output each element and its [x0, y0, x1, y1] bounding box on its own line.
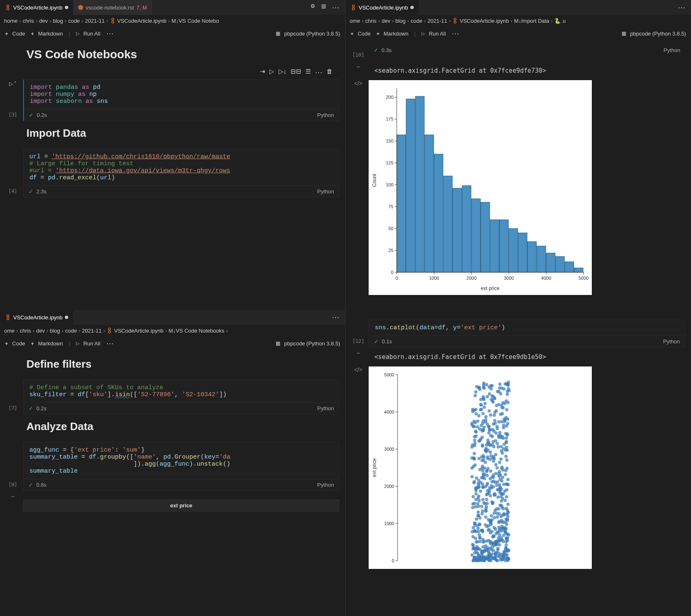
output-ellipsis-icon[interactable]: ⋯ — [348, 64, 369, 70]
breadcrumb-item[interactable]: VSCodeArticle.ipynb — [114, 328, 163, 334]
tab-vscodearticle[interactable]: VSCodeArticle.ipynb — [346, 0, 419, 15]
code-editor[interactable]: url = 'https://github.com/chris1610/pbpy… — [24, 149, 339, 186]
breadcrumb-item[interactable]: VSCodeArticle.ipynb — [117, 18, 167, 24]
more-icon[interactable] — [678, 3, 685, 12]
toolbar-more-icon[interactable] — [452, 29, 459, 38]
output-ellipsis-icon[interactable]: ⋯ — [348, 350, 369, 356]
breadcrumb-item[interactable]: M↓VS Code Notebo — [172, 18, 219, 24]
cell-language[interactable]: Python — [317, 405, 334, 411]
svg-point-586 — [504, 448, 507, 452]
add-markdown-button[interactable]: Markdown — [31, 31, 63, 37]
breadcrumb-item[interactable]: code — [411, 18, 422, 24]
run-cell-icon[interactable]: ▷ ˅ — [9, 81, 17, 87]
svg-point-300 — [498, 383, 502, 386]
cell-more-icon[interactable] — [315, 68, 322, 77]
svg-point-507 — [494, 528, 497, 531]
add-markdown-button[interactable]: Markdown — [376, 31, 409, 37]
breadcrumb-item[interactable]: u — [562, 18, 565, 24]
breadcrumb-item[interactable]: blog — [53, 18, 63, 24]
breadcrumb[interactable]: ome› chris› dev› blog› code› 2021-11› VS… — [0, 325, 345, 336]
breadcrumb-item[interactable]: home — [4, 18, 18, 24]
add-markdown-button[interactable]: Markdown — [31, 340, 63, 347]
tab-vscodearticle[interactable]: VSCodeArticle.ipynb — [0, 0, 73, 15]
toolbar-more-icon[interactable] — [106, 339, 114, 348]
svg-point-643 — [478, 522, 481, 526]
breadcrumb-item[interactable]: ome — [4, 328, 14, 334]
breadcrumb-item[interactable]: chris — [20, 328, 31, 334]
cell-language[interactable]: Python — [317, 188, 334, 195]
breadcrumb-item[interactable]: 2021-11 — [82, 328, 102, 334]
kernel-selector[interactable]: pbpcode (Python 3.8.5) — [276, 31, 340, 37]
breadcrumb-item[interactable]: dev — [381, 18, 390, 24]
svg-point-6 — [109, 328, 111, 330]
svg-rect-15 — [425, 135, 434, 272]
cell-language[interactable]: Python — [317, 112, 334, 118]
breadcrumb-item[interactable]: code — [65, 328, 77, 334]
breadcrumb-item[interactable]: chris — [365, 18, 376, 24]
code-cell[interactable]: ▷ ˅ [3] import pandas as pd import numpy… — [2, 79, 339, 121]
gear-icon[interactable] — [310, 3, 315, 12]
svg-point-265 — [489, 384, 493, 388]
breadcrumb[interactable]: ome› chris› dev› blog› code› 2021-11› VS… — [346, 15, 691, 26]
svg-point-1 — [7, 8, 9, 10]
code-cell[interactable]: [8] agg_func = {'ext price': 'sum'} summ… — [2, 442, 339, 491]
add-code-button[interactable]: Code — [5, 340, 25, 347]
code-editor[interactable]: agg_func = {'ext price': 'sum'} summary_… — [24, 442, 339, 479]
svg-point-343 — [489, 387, 493, 390]
split-cell-icon[interactable]: ⊟⊟ — [291, 68, 301, 77]
kernel-selector[interactable]: pbpcode (Python 3.8.5) — [622, 31, 686, 37]
breadcrumb-item[interactable]: ome — [350, 18, 360, 24]
run-all-button[interactable]: Run All — [76, 31, 100, 37]
run-all-button[interactable]: Run All — [422, 31, 446, 37]
code-cell[interactable]: [4] url = 'https://github.com/chris1610/… — [2, 149, 339, 197]
code-editor[interactable]: import pandas as pd import numpy as np i… — [24, 80, 339, 109]
more-icon[interactable] — [332, 3, 339, 12]
split-layout-icon[interactable] — [321, 3, 326, 12]
code-editor[interactable]: # Define a subset of SKUs to analyze sku… — [24, 380, 339, 402]
breadcrumb-item[interactable]: blog — [50, 328, 60, 334]
output-ellipsis-icon[interactable]: ⋯ — [2, 493, 23, 499]
breadcrumb-item[interactable]: code — [68, 18, 80, 24]
code-output-icon[interactable]: </> — [348, 366, 369, 569]
add-code-button[interactable]: Code — [5, 31, 25, 37]
svg-text:4000: 4000 — [384, 409, 394, 414]
svg-point-642 — [479, 481, 482, 484]
svg-point-244 — [481, 512, 484, 515]
breadcrumb-item[interactable]: 2021-11 — [427, 18, 447, 24]
toolbar-more-icon[interactable] — [106, 29, 114, 38]
toggle-output-icon[interactable]: ☰ — [305, 68, 311, 77]
delete-cell-icon[interactable]: 🗑 — [326, 68, 333, 77]
run-by-line-icon[interactable]: ⇥ — [260, 68, 265, 77]
more-icon[interactable] — [332, 313, 339, 322]
svg-point-614 — [480, 403, 483, 407]
breadcrumb-item[interactable]: 2021-11 — [85, 18, 105, 24]
code-cell[interactable]: [10] ✓0.3sPython — [348, 45, 685, 61]
cell-language[interactable]: Python — [663, 338, 680, 345]
breadcrumb[interactable]: home› chris› dev› blog› code› 2021-11› V… — [0, 15, 345, 26]
tab-vscodearticle[interactable]: VSCodeArticle.ipynb — [0, 310, 73, 325]
breadcrumb-item[interactable]: M↓VS Code Notebooks — [169, 328, 224, 334]
svg-point-411 — [486, 482, 489, 485]
code-editor[interactable]: sns.catplot(data=df, y='ext price') — [369, 320, 685, 335]
execute-cell-icon[interactable]: ▷ — [269, 68, 274, 77]
breadcrumb-item[interactable]: VSCodeArticle.ipynb — [460, 18, 509, 24]
run-all-button[interactable]: Run All — [76, 340, 100, 347]
cell-language[interactable]: Python — [664, 47, 680, 53]
breadcrumb-item[interactable]: chris — [23, 18, 34, 24]
execute-below-icon[interactable]: ▷↓ — [279, 68, 287, 77]
breadcrumb-item[interactable]: M↓Import Data — [514, 18, 549, 24]
tab-rst[interactable]: vscode-notebook.rst 7, M — [73, 0, 152, 15]
code-cell[interactable]: [7] # Define a subset of SKUs to analyze… — [2, 380, 339, 414]
breadcrumb-item[interactable]: dev — [36, 328, 45, 334]
code-output-icon[interactable]: </> — [348, 80, 369, 295]
jupyter-icon — [110, 18, 116, 24]
breadcrumb-item[interactable]: dev — [39, 18, 48, 24]
svg-point-419 — [476, 425, 479, 428]
add-code-button[interactable]: Code — [350, 31, 371, 37]
cell-language[interactable]: Python — [317, 482, 334, 488]
svg-text:200: 200 — [386, 95, 393, 100]
breadcrumb-item[interactable]: blog — [396, 18, 406, 24]
kernel-selector[interactable]: pbpcode (Python 3.8.5) — [276, 340, 340, 347]
code-cell[interactable]: [12] sns.catplot(data=df, y='ext price')… — [348, 320, 685, 347]
svg-point-476 — [475, 547, 478, 550]
